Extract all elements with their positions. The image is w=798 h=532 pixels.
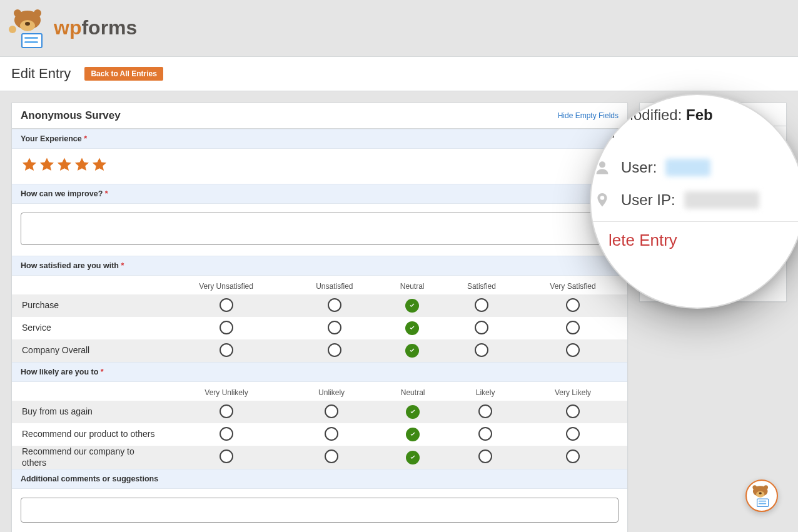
likert-option[interactable] [566,343,580,357]
likert-option[interactable] [478,427,492,441]
entry-panel: Anonymous Survey Hide Empty Fields Your … [11,103,628,532]
help-bubble[interactable] [745,479,778,512]
wpforms-logo: wpforms [11,9,137,46]
likert-row-label: Purchase [12,294,163,317]
likert-option[interactable] [328,321,341,334]
field-label-improve: How can we improve? * [12,184,627,204]
form-name: Anonymous Survey [21,109,121,122]
likert-option[interactable] [405,344,419,358]
likert-option[interactable] [475,321,488,334]
logo-text: wpforms [54,16,137,39]
redacted-ip [684,191,759,209]
likert-option[interactable] [220,449,233,463]
likert-option[interactable] [406,405,420,419]
beaver-icon [11,9,48,46]
likert-row-label: Recommend our product to others [12,423,163,446]
likert-option[interactable] [325,404,338,418]
star-rating[interactable] [12,149,627,184]
likert-option[interactable] [406,428,420,441]
likert-likely: Very UnlikelyUnlikelyNeutralLikelyVery L… [12,382,627,469]
location-pin-icon [592,191,612,209]
likert-row-label: Buy from us again [12,401,163,423]
likert-option[interactable] [405,321,419,335]
likert-row-label: Service [12,317,163,339]
likert-option[interactable] [478,449,492,463]
likert-option[interactable] [475,343,488,357]
likert-option[interactable] [475,298,488,312]
likert-row-label: Company Overall [12,339,163,362]
likert-option[interactable] [566,449,580,463]
likert-option[interactable] [328,343,341,357]
likert-row-label: Recommend our company to others [12,446,163,469]
likert-option[interactable] [566,298,580,312]
magnifier-overlay: Modified: Feb pm User: User IP: lete Ent… [590,94,798,309]
likert-option[interactable] [566,321,580,334]
svg-point-0 [599,161,605,168]
likert-option[interactable] [478,404,492,418]
likert-option[interactable] [220,343,233,357]
field-label-addcmt: Additional comments or suggestions [12,469,627,489]
delete-entry-link[interactable]: lete Entry [591,231,798,250]
page-header: Edit Entry Back to All Entries [0,56,798,91]
field-label-satisfied: How satisfied are you with * [12,256,627,276]
likert-option[interactable] [406,451,420,464]
likert-option[interactable] [220,321,233,334]
likert-option[interactable] [566,427,580,441]
likert-option[interactable] [325,449,338,463]
likert-option[interactable] [220,404,233,418]
page-title: Edit Entry [11,66,71,82]
hide-empty-fields-link[interactable]: Hide Empty Fields [558,111,619,120]
addcmt-textarea[interactable] [21,498,619,523]
likert-option[interactable] [220,427,233,441]
field-label-likely: How likely are you to * [12,362,627,382]
likert-satisfied: Very UnsatisfiedUnsatisfiedNeutralSatisf… [12,276,627,362]
likert-option[interactable] [325,427,338,441]
redacted-user [665,159,710,176]
likert-option[interactable] [220,298,233,312]
field-label-experience: Your Experience * [12,129,627,149]
likert-option[interactable] [328,298,341,312]
likert-option[interactable] [405,299,419,313]
likert-option[interactable] [566,404,580,418]
back-to-entries-button[interactable]: Back to All Entries [84,67,163,81]
improve-textarea[interactable] [21,213,619,245]
